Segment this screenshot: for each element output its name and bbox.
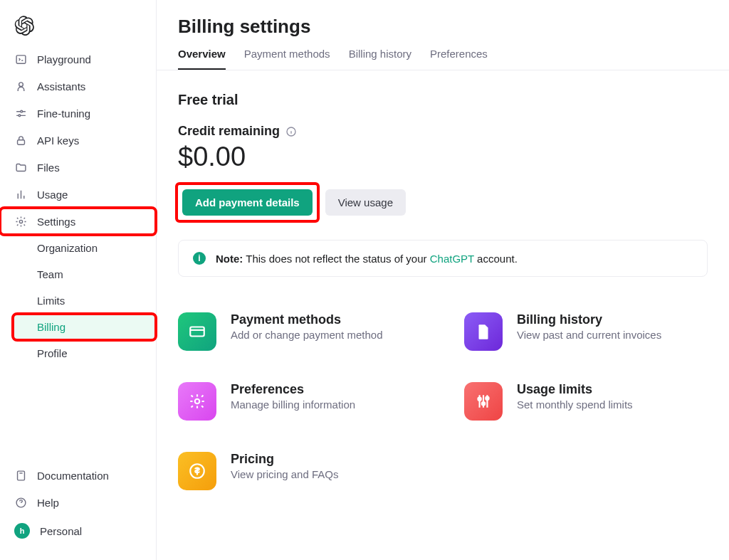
sidebar-item-api-keys[interactable]: API keys [0,127,156,154]
card-title: Usage limits [517,382,633,397]
cards-grid: Payment methods Add or change payment me… [178,312,708,490]
logo [0,11,156,46]
help-icon [14,496,27,509]
svg-point-11 [478,398,481,401]
card-desc: Set monthly spend limits [517,398,633,411]
svg-rect-4 [17,139,24,144]
sidebar-sub-limits[interactable]: Limits [13,287,156,314]
card-title: Preferences [231,382,355,397]
sidebar-sub-billing[interactable]: Billing [13,314,156,340]
sidebar-sub-organization[interactable]: Organization [13,235,156,261]
page-title: Billing settings [157,16,729,48]
svg-point-1 [19,82,23,86]
nav-label: Settings [37,216,75,228]
tabs: Overview Payment methods Billing history… [157,48,729,70]
nav-label: Playground [37,53,91,65]
sidebar-sub-profile[interactable]: Profile [13,340,156,366]
card-desc: Add or change payment method [231,329,382,341]
sidebar-sub-team[interactable]: Team [13,261,156,287]
svg-point-10 [195,399,200,404]
nav-label: Assistants [37,80,85,93]
settings-sub-list: Organization Team Limits Billing Profile [0,235,156,366]
plan-title: Free trial [178,92,708,108]
note-box: i Note: This does not reflect the status… [178,240,708,277]
svg-rect-0 [16,55,26,63]
sidebar-item-documentation[interactable]: Documentation [0,462,156,489]
dollar-icon [178,452,216,490]
svg-point-12 [482,402,485,405]
nav-label: Usage [37,189,68,201]
tab-preferences[interactable]: Preferences [430,48,488,70]
sidebar: Playground Assistants Fine-tuning API ke… [0,0,157,560]
sidebar-item-files[interactable]: Files [0,154,156,181]
card-desc: View pricing and FAQs [231,468,338,480]
credit-amount: $0.00 [178,142,708,172]
highlight-box: Add payment details [178,185,317,220]
openai-logo-icon [14,16,34,36]
sidebar-footer: Documentation Help h Personal [0,462,156,560]
bar-chart-icon [14,188,27,201]
chatgpt-link[interactable]: ChatGPT [430,253,474,265]
sidebar-item-assistants[interactable]: Assistants [0,73,156,100]
card-desc: View past and current invoices [517,329,661,341]
tab-overview[interactable]: Overview [178,48,226,70]
nav-label: Files [37,162,60,174]
nav-label: Personal [40,525,82,537]
info-icon[interactable] [285,126,297,137]
robot-icon [14,80,27,93]
nav-label: API keys [37,134,79,147]
svg-point-3 [18,114,20,116]
sidebar-item-account[interactable]: h Personal [0,516,156,546]
avatar: h [14,523,30,539]
gear-icon [178,382,216,421]
gear-icon [14,215,27,228]
card-pricing[interactable]: Pricing View pricing and FAQs [178,452,421,490]
sliders-icon [14,107,27,120]
nav: Playground Assistants Fine-tuning API ke… [0,46,156,462]
sidebar-item-help[interactable]: Help [0,489,156,516]
add-payment-details-button[interactable]: Add payment details [182,189,313,216]
card-title: Payment methods [231,312,382,327]
card-payment-methods[interactable]: Payment methods Add or change payment me… [178,312,421,351]
main: Billing settings Overview Payment method… [157,0,729,560]
folder-icon [14,161,27,174]
svg-rect-6 [17,471,24,480]
card-billing-history[interactable]: Billing history View past and current in… [464,312,708,351]
note-text: Note: This does not reflect the status o… [216,253,518,265]
document-icon [464,312,503,351]
card-usage-limits[interactable]: Usage limits Set monthly spend limits [464,382,708,421]
sidebar-item-settings[interactable]: Settings [0,208,156,235]
svg-point-13 [486,397,488,400]
view-usage-button[interactable]: View usage [325,189,406,216]
nav-label: Help [37,497,59,509]
nav-label: Fine-tuning [37,107,90,120]
svg-point-2 [20,110,22,112]
info-icon: i [193,252,206,265]
card-title: Billing history [517,312,661,327]
credit-card-icon [178,312,216,351]
terminal-icon [14,53,27,65]
card-desc: Manage billing information [231,398,355,411]
card-preferences[interactable]: Preferences Manage billing information [178,382,421,421]
lock-icon [14,134,27,147]
svg-rect-9 [190,327,204,337]
tab-billing-history[interactable]: Billing history [349,48,411,70]
nav-label: Documentation [37,470,109,482]
tab-payment-methods[interactable]: Payment methods [244,48,330,70]
content: Free trial Credit remaining $0.00 Add pa… [157,70,729,512]
sidebar-item-usage[interactable]: Usage [0,181,156,208]
book-icon [14,469,27,482]
sidebar-item-playground[interactable]: Playground [0,46,156,73]
svg-point-5 [19,220,22,223]
credit-label: Credit remaining [178,124,280,139]
card-title: Pricing [231,452,338,467]
sidebar-item-fine-tuning[interactable]: Fine-tuning [0,100,156,127]
sliders-icon [464,382,503,421]
